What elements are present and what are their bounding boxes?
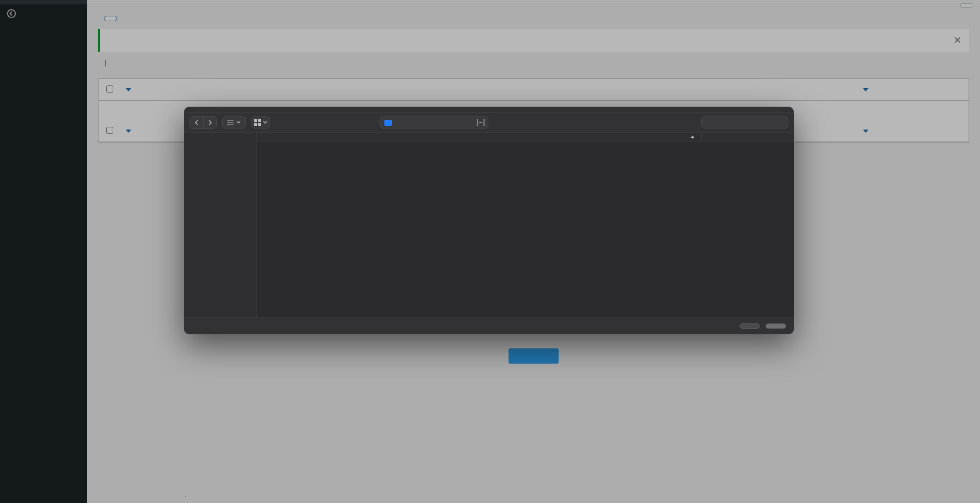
grid-icon — [254, 119, 261, 126]
collapse-menu[interactable] — [0, 4, 87, 23]
folder-icon — [384, 120, 392, 126]
col-size-header[interactable] — [701, 133, 756, 141]
notice: ✕ — [98, 29, 969, 52]
grid-view-button[interactable] — [252, 116, 270, 128]
sort-caret-icon — [126, 130, 131, 133]
sort-caret-icon — [690, 136, 695, 138]
select-all-checkbox-bottom[interactable] — [106, 127, 113, 134]
list-view-icon — [227, 120, 234, 125]
svg-rect-4 — [258, 123, 261, 126]
search-input[interactable] — [709, 119, 791, 126]
wp-sidebar — [0, 0, 87, 503]
collapse-icon — [7, 9, 16, 19]
location-dropdown[interactable] — [379, 116, 488, 128]
chevron-down-icon — [236, 120, 241, 125]
dialog-toolbar — [184, 113, 794, 133]
wp-topnav — [87, 0, 980, 7]
sort-caret-icon — [863, 88, 868, 91]
col-name-header[interactable] — [257, 133, 598, 141]
chevron-down-icon — [262, 120, 268, 125]
nav-buttons — [189, 116, 217, 129]
upload-button[interactable] — [765, 323, 786, 329]
svg-rect-1 — [254, 119, 257, 122]
file-chooser-dialog — [184, 107, 794, 334]
file-list-header — [257, 133, 794, 142]
sort-caret-icon — [126, 88, 131, 91]
filter-dropdowns — [87, 69, 980, 75]
favorites-header — [184, 136, 256, 140]
favorites-sidebar — [184, 133, 257, 317]
import-layouts-button[interactable] — [509, 348, 559, 364]
status-filters: | — [87, 56, 980, 69]
notice-dismiss-icon[interactable]: ✕ — [953, 34, 961, 46]
select-all-checkbox[interactable] — [106, 85, 113, 93]
nav-back-button[interactable] — [190, 116, 203, 128]
col-date-header[interactable] — [598, 133, 701, 141]
svg-rect-3 — [254, 123, 257, 126]
chevron-right-icon — [207, 120, 213, 125]
view-mode-button[interactable] — [222, 116, 246, 128]
svg-rect-2 — [258, 119, 261, 122]
cancel-button[interactable] — [739, 323, 760, 329]
file-list-panel — [257, 133, 794, 317]
add-new-button[interactable] — [105, 16, 117, 21]
dialog-title — [184, 107, 794, 113]
svg-point-0 — [8, 10, 15, 17]
col-kind-header[interactable] — [756, 133, 794, 141]
wp-subnav — [0, 0, 87, 4]
screen-options-button[interactable] — [960, 3, 972, 8]
chevron-left-icon — [194, 120, 199, 125]
search-field[interactable] — [701, 116, 788, 128]
nav-forward-button[interactable] — [203, 116, 216, 128]
sort-caret-icon — [863, 130, 868, 133]
